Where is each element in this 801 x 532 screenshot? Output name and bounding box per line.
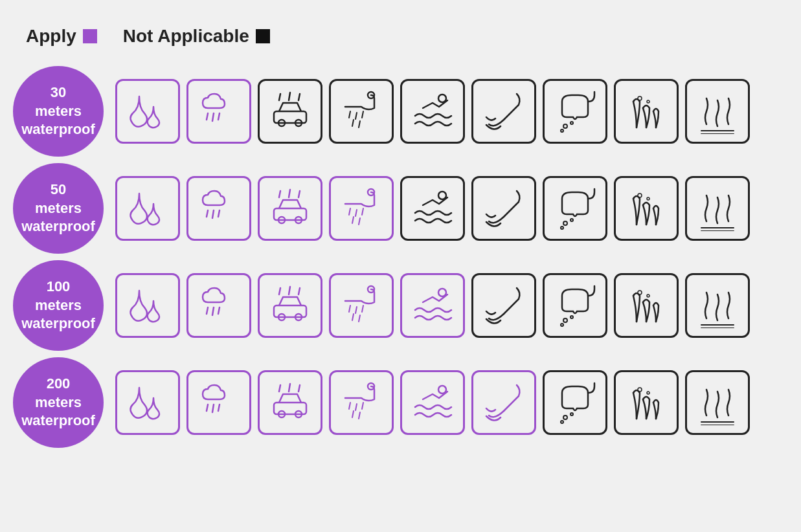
icon-box-1-3-shower [329, 176, 394, 241]
icon-box-3-2-car-wash [258, 370, 322, 435]
circle-label-1: 50 meters waterproof [13, 163, 104, 254]
icon-box-1-1-rain-cloud [186, 176, 251, 241]
icons-row-2 [115, 273, 750, 338]
apply-label: Apply [26, 26, 76, 47]
icon-box-2-0-water-drops [115, 273, 180, 338]
icon-box-3-0-water-drops [115, 370, 180, 435]
rows-container: 30 meters waterproof50 meters waterproof… [13, 66, 788, 448]
icon-box-1-6-snorkel [543, 176, 607, 241]
icon-box-0-0-water-drops [115, 79, 180, 144]
icon-box-0-6-snorkel [543, 79, 607, 144]
circle-label-2: 100 meters waterproof [13, 260, 104, 351]
icons-row-1 [115, 176, 750, 241]
icons-row-3 [115, 370, 750, 435]
icon-box-2-8-steam [685, 273, 750, 338]
icon-box-2-4-swimming [400, 273, 465, 338]
icon-box-1-8-steam [685, 176, 750, 241]
icon-box-0-3-shower [329, 79, 394, 144]
icon-box-2-1-rain-cloud [186, 273, 251, 338]
icon-box-0-8-steam [685, 79, 750, 144]
legend-apply: Apply [26, 26, 97, 47]
icon-box-0-2-car-wash [258, 79, 322, 144]
row-0: 30 meters waterproof [13, 66, 788, 157]
icon-box-3-5-diving [471, 370, 536, 435]
na-label: Not Applicable [123, 26, 249, 47]
icon-box-2-5-diving [471, 273, 536, 338]
icon-box-1-2-car-wash [258, 176, 322, 241]
row-3: 200 meters waterproof [13, 357, 788, 448]
icon-box-1-4-swimming [400, 176, 465, 241]
na-color-box [256, 29, 270, 43]
icons-row-0 [115, 79, 750, 144]
circle-label-3: 200 meters waterproof [13, 357, 104, 448]
icon-box-0-4-swimming [400, 79, 465, 144]
row-2: 100 meters waterproof [13, 260, 788, 351]
legend-na: Not Applicable [123, 26, 270, 47]
icon-box-0-1-rain-cloud [186, 79, 251, 144]
icon-box-3-3-shower [329, 370, 394, 435]
icon-box-3-8-steam [685, 370, 750, 435]
icon-box-3-1-rain-cloud [186, 370, 251, 435]
icon-box-3-4-swimming [400, 370, 465, 435]
icon-box-1-5-diving [471, 176, 536, 241]
row-1: 50 meters waterproof [13, 163, 788, 254]
icon-box-0-7-scuba [614, 79, 679, 144]
icon-box-0-5-diving [471, 79, 536, 144]
legend: Apply Not Applicable [13, 13, 788, 66]
apply-color-box [83, 29, 97, 43]
icon-box-3-7-scuba [614, 370, 679, 435]
icon-box-2-2-car-wash [258, 273, 322, 338]
icon-box-3-6-snorkel [543, 370, 607, 435]
icon-box-2-7-scuba [614, 273, 679, 338]
icon-box-2-3-shower [329, 273, 394, 338]
icon-box-2-6-snorkel [543, 273, 607, 338]
icon-box-1-7-scuba [614, 176, 679, 241]
icon-box-1-0-water-drops [115, 176, 180, 241]
circle-label-0: 30 meters waterproof [13, 66, 104, 157]
